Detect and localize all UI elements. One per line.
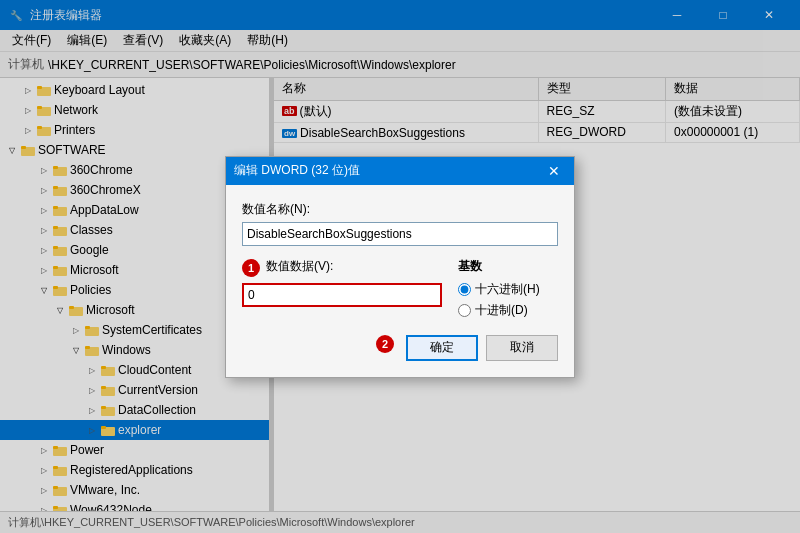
base-section: 基数 十六进制(H) 十进制(D) — [458, 258, 558, 319]
dialog-title-bar: 编辑 DWORD (32 位)值 ✕ — [226, 157, 574, 185]
radio-dec-input[interactable] — [458, 304, 471, 317]
dialog-close-button[interactable]: ✕ — [542, 159, 566, 183]
radio-hex-label: 十六进制(H) — [475, 281, 540, 298]
confirm-button[interactable]: 确定 — [406, 335, 478, 361]
base-label: 基数 — [458, 258, 558, 275]
dialog-title: 编辑 DWORD (32 位)值 — [234, 162, 360, 179]
edit-dword-dialog: 编辑 DWORD (32 位)值 ✕ 数值名称(N): 1 数值数据(V): 基… — [225, 156, 575, 378]
radio-hex[interactable]: 十六进制(H) — [458, 281, 558, 298]
dialog-buttons: 2 确定 取消 — [242, 335, 558, 361]
value-label: 数值数据(V): — [266, 258, 333, 275]
radio-hex-input[interactable] — [458, 283, 471, 296]
cancel-button[interactable]: 取消 — [486, 335, 558, 361]
radio-dec[interactable]: 十进制(D) — [458, 302, 558, 319]
value-base-row: 1 数值数据(V): 基数 十六进制(H) 十进制(D) — [242, 258, 558, 319]
radio-dec-label: 十进制(D) — [475, 302, 528, 319]
name-input[interactable] — [242, 222, 558, 246]
value-section: 1 数值数据(V): — [242, 258, 442, 307]
radio-group: 十六进制(H) 十进制(D) — [458, 281, 558, 319]
value-input[interactable] — [242, 283, 442, 307]
badge-2: 2 — [376, 335, 394, 353]
dialog-body: 数值名称(N): 1 数值数据(V): 基数 十六进制(H — [226, 185, 574, 377]
badge-1: 1 — [242, 259, 260, 277]
dialog-overlay: 编辑 DWORD (32 位)值 ✕ 数值名称(N): 1 数值数据(V): 基… — [0, 0, 800, 533]
name-label: 数值名称(N): — [242, 201, 558, 218]
